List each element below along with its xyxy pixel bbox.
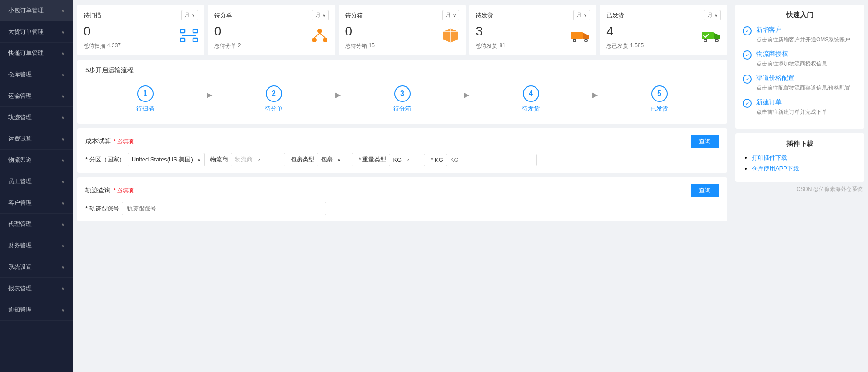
zone-select[interactable]: United States(US-美国) ∨ [128,153,205,166]
stat-footer-label: 总已发货 [606,42,628,50]
sidebar-item-small-package[interactable]: 小包订单管理 ∨ [0,0,73,21]
sort-icon [311,27,329,47]
sidebar-item-staff[interactable]: 员工管理 ∨ [0,171,73,192]
quick-item-title-2[interactable]: 渠道价格配置 [756,74,850,82]
sidebar-item-logistics-channel[interactable]: 物流渠道 ∨ [0,150,73,171]
chevron-down-icon: ∨ [61,201,64,206]
quick-item-desc-2: 点击前往配置物流商渠道信息/价格配置 [756,84,850,92]
chevron-down-icon: ∨ [61,94,64,99]
sidebar-item-express-order[interactable]: 快递订单管理 ∨ [0,43,73,64]
svg-marker-20 [714,33,720,39]
step-circle-5: 5 [651,85,668,102]
sidebar-item-reports[interactable]: 报表管理 ∨ [0,278,73,299]
quick-item-title-3[interactable]: 新建订单 [756,98,827,106]
stat-card-shipped: 已发货 月 ∨ 4 总已发货 1,585 [600,5,727,55]
weight-field: * KG [431,154,536,166]
main-content: 待扫描 月 ∨ 0 总待扫描 4,337 [73,0,732,372]
quick-item-new-order: ✓ 新建订单 点击前往新建订单并完成下单 [743,98,857,116]
sidebar-item-finance[interactable]: 财务管理 ∨ [0,235,73,256]
scan-icon [180,29,198,45]
step-label-1: 待扫描 [136,105,154,113]
chevron-down-icon: ∨ [198,157,201,162]
period-select-box[interactable]: 月 ∨ [442,10,459,20]
stat-card-pending-box: 待分箱 月 ∨ 0 总待分箱 15 [339,5,466,55]
check-icon-1: ✓ [743,50,752,60]
stat-footer-value: 15 [369,42,375,50]
zone-value: United States(US-美国) [132,156,193,164]
quick-item-title-1[interactable]: 物流商授权 [756,50,827,58]
sidebar-item-notifications[interactable]: 通知管理 ∨ [0,299,73,321]
sidebar-item-freight-calc[interactable]: 运费试算 ∨ [0,128,73,150]
stat-footer-value: 4,337 [107,42,121,50]
quick-item-desc-0: 点击前往新增客户并开通OMS系统账户 [756,35,850,44]
plugin-link-print-anchor[interactable]: 打印插件下载 [752,154,787,161]
workflow-steps: 1 待扫描 ▶ 2 待分单 ▶ 3 待分箱 ▶ 4 待发货 ▶ 5 已发货 [85,81,719,117]
quick-item-title-0[interactable]: 新增客户 [756,26,850,34]
track-field: * 轨迹跟踪号 [85,202,326,215]
stats-row: 待扫描 月 ∨ 0 总待扫描 4,337 [77,5,727,55]
stat-footer-value: 2 [238,42,241,50]
weight-input[interactable] [446,154,537,166]
sidebar-item-bulk-order[interactable]: 大货订单管理 ∨ [0,21,73,43]
workflow-section: 5步开启运输流程 1 待扫描 ▶ 2 待分单 ▶ 3 待分箱 ▶ 4 待发货 ▶ [77,60,727,124]
logistics-field: 物流商 物流商 ∨ [210,153,285,166]
period-select-ship[interactable]: 月 ∨ [573,10,590,20]
quick-item-desc-3: 点击前往新建订单并完成下单 [756,108,827,116]
logistics-select[interactable]: 物流商 ∨ [231,153,285,166]
step-label-4: 待发货 [522,105,540,113]
workflow-step-3: 3 待分箱 [342,85,462,113]
sidebar-item-label: 仓库管理 [8,70,32,79]
sidebar-item-label: 客户管理 [8,199,32,207]
chevron-down-icon: ∨ [406,157,409,162]
plugin-link-print: 打印插件下载 [752,154,857,162]
sidebar-item-tracking[interactable]: 轨迹管理 ∨ [0,107,73,128]
sidebar-item-system-settings[interactable]: 系统设置 ∨ [0,256,73,278]
logistics-placeholder: 物流商 [235,156,253,164]
chevron-down-icon: ∨ [714,13,718,18]
quick-start-title: 快速入门 [743,11,857,20]
track-label: * 轨迹跟踪号 [85,205,119,213]
chevron-down-icon: ∨ [322,13,326,18]
chevron-down-icon: ∨ [61,243,64,248]
stat-footer-label: 总待发货 [476,42,497,50]
plugin-link-app: 仓库使用APP下载 [752,165,857,173]
track-input[interactable] [122,202,326,215]
weight-type-select[interactable]: KG ∨ [389,154,425,166]
svg-point-6 [312,38,317,42]
footer-text: CSDN @位像素海外仓系统 [735,186,864,193]
cost-calc-section: 成本试算 * 必填项 查询 * 分区（国家） United States(US-… [77,128,727,173]
svg-rect-1 [193,29,198,33]
sidebar-item-warehouse[interactable]: 仓库管理 ∨ [0,64,73,85]
sidebar-item-agent[interactable]: 代理管理 ∨ [0,214,73,235]
plugin-links-list: 打印插件下载 仓库使用APP下载 [743,154,857,173]
chevron-down-icon: ∨ [453,13,456,18]
chevron-down-icon: ∨ [257,157,260,162]
check-icon-3: ✓ [743,99,752,108]
plugin-link-app-anchor[interactable]: 仓库使用APP下载 [752,165,799,172]
period-select-sort[interactable]: 月 ∨ [312,10,329,20]
stat-value-pending-ship: 3 [476,24,505,39]
arrow-icon-3: ▶ [464,90,469,108]
box-icon [442,27,459,47]
arrow-icon-1: ▶ [207,90,212,108]
cost-calc-form: * 分区（国家） United States(US-美国) ∨ 物流商 物流商 … [85,153,719,166]
package-type-select[interactable]: 包裹 ∨ [317,153,353,166]
track-query-button[interactable]: 查询 [691,184,719,197]
chevron-down-icon: ∨ [61,265,64,270]
weight-label: * KG [431,156,443,163]
weight-type-field: * 重量类型 KG ∨ [359,154,426,166]
step-circle-2: 2 [266,85,282,102]
sidebar-item-customer[interactable]: 客户管理 ∨ [0,192,73,214]
sidebar-item-label: 通知管理 [8,306,32,314]
chevron-down-icon: ∨ [192,13,195,18]
period-select-shipped[interactable]: 月 ∨ [704,10,721,20]
cost-calc-query-button[interactable]: 查询 [691,135,719,148]
chevron-down-icon: ∨ [337,157,341,162]
sidebar-item-transport[interactable]: 运输管理 ∨ [0,85,73,107]
period-select-scan[interactable]: 月 ∨ [181,10,198,20]
stat-title-pending-ship: 待发货 [476,11,493,20]
svg-point-5 [317,29,322,33]
stat-value-pending-scan: 0 [84,24,121,39]
chevron-down-icon: ∨ [61,51,64,56]
zone-label: * 分区（国家） [85,156,125,164]
